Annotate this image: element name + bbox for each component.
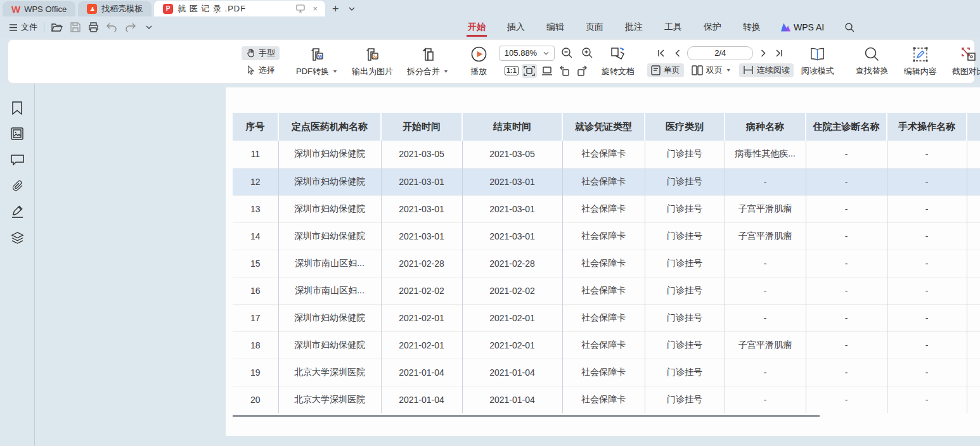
table-row[interactable]: 17深圳市妇幼保健院2021-02-012021-02-01社会保障卡门诊挂号-… [233, 304, 980, 331]
menu-tools[interactable]: 工具 [663, 17, 683, 37]
present-to-screen-icon[interactable] [295, 4, 306, 14]
screenshot-compare-button[interactable]: 截图对比 [947, 44, 980, 80]
table-cell: 深圳市妇幼保健院 [278, 141, 381, 168]
thumbnail-panel-icon[interactable] [10, 126, 25, 141]
close-tab-icon[interactable]: × [310, 4, 320, 14]
rotate-document-button[interactable]: 旋转文档 [596, 44, 640, 80]
attachment-panel-icon[interactable] [10, 178, 25, 193]
tab-list-chevron-icon[interactable] [345, 3, 358, 15]
find-replace-icon [864, 46, 880, 62]
table-cell: - [887, 331, 967, 359]
tab-docer-templates[interactable]: 找稻壳模板 [78, 1, 152, 16]
menu-annotate[interactable]: 批注 [624, 17, 644, 37]
split-merge-button[interactable]: 拆分合并▼ [402, 44, 454, 80]
print-icon[interactable] [87, 22, 100, 34]
bookmark-panel-icon[interactable] [10, 100, 25, 115]
signature-panel-icon[interactable] [10, 204, 25, 219]
cursor-icon [247, 65, 255, 75]
table-cell-clipped [967, 168, 980, 195]
read-mode-button[interactable]: 阅读模式 [796, 44, 839, 79]
actual-size-icon[interactable]: 1:1 [504, 64, 519, 78]
single-page-button[interactable]: 单页 [647, 63, 684, 77]
tab-wps-office[interactable]: W WPS Office [3, 1, 75, 16]
table-row[interactable]: 15深圳市南山区妇...2021-02-282021-02-28社会保障卡门诊挂… [233, 250, 980, 277]
play-button[interactable]: 播放 [465, 43, 493, 80]
continuous-read-button[interactable]: 连续阅读 [739, 63, 794, 77]
zoom-out-icon[interactable] [560, 46, 575, 60]
edit-content-button[interactable]: 编辑内容 [899, 44, 942, 80]
rotate-right-icon[interactable] [575, 64, 590, 78]
menu-home[interactable]: 开始 [467, 17, 487, 37]
next-page-icon[interactable] [758, 47, 769, 60]
tab-label: 找稻壳模板 [101, 3, 143, 15]
continuous-read-icon [743, 65, 754, 75]
menu-page[interactable]: 页面 [584, 17, 605, 37]
column-header: 医疗类别 [645, 113, 725, 141]
screenshot-compare-icon [960, 46, 977, 63]
table-row[interactable]: 18深圳市妇幼保健院2021-02-012021-02-01社会保障卡门诊挂号子… [233, 331, 980, 359]
table-row[interactable]: 14深圳市妇幼保健院2021-03-012021-03-01社会保障卡门诊挂号子… [233, 222, 980, 250]
layers-panel-icon[interactable] [10, 230, 25, 245]
first-page-icon[interactable] [655, 47, 667, 60]
redo-icon[interactable] [124, 22, 136, 34]
double-page-label: 双页 [706, 65, 723, 76]
quick-access-chevron-icon[interactable] [143, 22, 155, 34]
column-header: 结束时间 [462, 113, 562, 141]
table-cell: 12 [233, 168, 278, 195]
open-file-icon[interactable] [51, 22, 63, 34]
table-row[interactable]: 16深圳市南山区妇...2021-02-022021-02-02社会保障卡门诊挂… [233, 277, 980, 304]
file-menu-button[interactable]: 文件 [9, 22, 37, 33]
new-tab-button[interactable]: + [329, 3, 342, 15]
table-cell: 深圳市南山区妇... [278, 250, 381, 277]
pdf-page[interactable]: 序号定点医药机构名称开始时间结束时间就诊凭证类型医疗类别病种名称住院主诊断名称手… [226, 87, 980, 436]
table-cell: 2021-02-01 [462, 331, 562, 359]
menu-search-icon[interactable] [843, 22, 855, 34]
table-cell: 北京大学深圳医院 [278, 386, 381, 413]
menu-convert[interactable]: 转换 [742, 17, 762, 37]
wps-ai-button[interactable]: WPS AI [781, 22, 824, 32]
table-cell: - [887, 168, 967, 195]
save-icon[interactable] [69, 22, 81, 34]
table-cell: 深圳市妇幼保健院 [278, 168, 381, 195]
menu-edit[interactable]: 编辑 [545, 17, 565, 37]
menu-insert[interactable]: 插入 [506, 17, 526, 37]
table-row[interactable]: 13深圳市妇幼保健院2021-03-012021-03-01社会保障卡门诊挂号子… [233, 195, 980, 222]
table-cell-clipped [967, 277, 980, 304]
table-cell: - [887, 304, 967, 331]
table-cell: 社会保障卡 [562, 141, 645, 168]
zoom-level-select[interactable]: 105.88% [499, 46, 555, 61]
find-replace-button[interactable]: 查找替换 [851, 44, 894, 79]
file-menu-label: 文件 [21, 22, 37, 33]
double-page-button[interactable]: 双页 ▼ [688, 63, 735, 77]
hand-tool-button[interactable]: 手型 [242, 46, 280, 60]
export-image-button[interactable]: 输出为图片 [347, 44, 398, 80]
fit-page-icon[interactable] [539, 64, 555, 78]
tab-label: WPS Office [24, 4, 67, 14]
table-cell-clipped [967, 141, 980, 168]
table-cell-clipped [967, 304, 980, 331]
table-cell: - [887, 386, 967, 413]
record-table-body: 11深圳市妇幼保健院2021-03-052021-03-05社会保障卡门诊挂号病… [233, 141, 980, 413]
table-row[interactable]: 19北京大学深圳医院2021-01-042021-01-04社会保障卡门诊挂号-… [233, 359, 980, 386]
rotate-left-icon[interactable] [557, 64, 572, 78]
comment-panel-icon[interactable] [10, 152, 25, 167]
tab-active-document[interactable]: P 就 医 记 录 .PDF × [154, 1, 325, 16]
table-cell: - [725, 359, 806, 386]
menu-protect[interactable]: 保护 [702, 17, 723, 37]
chevron-down-icon: ▼ [443, 69, 449, 74]
edit-content-label: 编辑内容 [904, 66, 937, 77]
previous-page-icon[interactable] [671, 47, 683, 60]
last-page-icon[interactable] [773, 47, 785, 60]
zoom-in-icon[interactable] [580, 46, 595, 60]
table-cell: 14 [233, 222, 278, 250]
table-row[interactable]: 11深圳市妇幼保健院2021-03-052021-03-05社会保障卡门诊挂号病… [233, 141, 980, 168]
select-tool-button[interactable]: 选择 [242, 63, 280, 77]
page-number-input[interactable]: 2/4 [687, 46, 753, 60]
undo-icon[interactable] [106, 22, 118, 34]
pdf-convert-button[interactable]: W PDF转换▼ [291, 44, 343, 80]
table-cell: 子宫平滑肌瘤 [725, 195, 806, 222]
table-cell: 社会保障卡 [562, 386, 645, 413]
table-row[interactable]: 12深圳市妇幼保健院2021-03-012021-03-01社会保障卡门诊挂号-… [233, 168, 980, 195]
fit-width-icon[interactable] [522, 64, 537, 78]
table-row[interactable]: 20北京大学深圳医院2021-01-042021-01-04社会保障卡门诊挂号-… [233, 386, 980, 413]
